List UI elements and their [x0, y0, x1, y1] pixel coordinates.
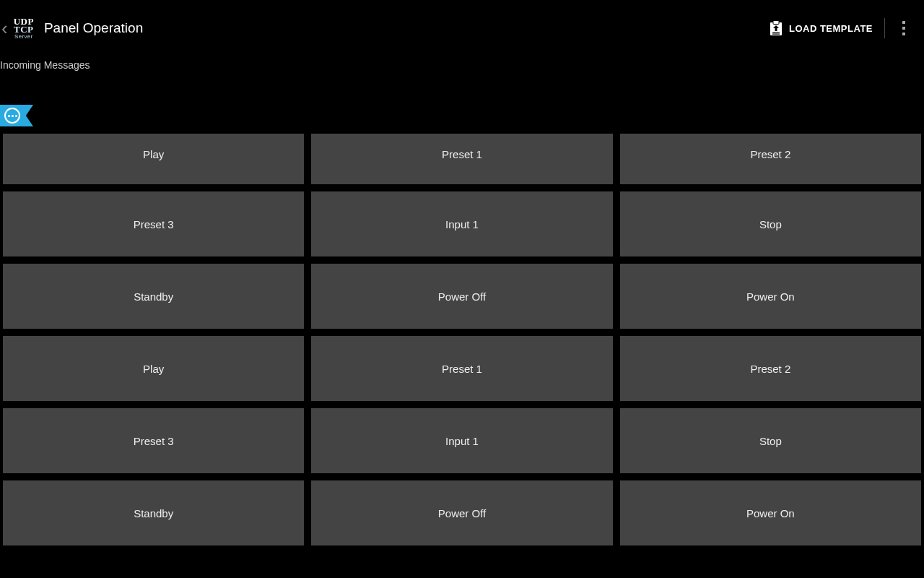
panel-button-input-1[interactable]: Input 1 — [311, 408, 612, 473]
panel-button-preset-2[interactable]: Preset 2 — [620, 134, 921, 184]
panel-button-stop[interactable]: Stop — [620, 408, 921, 473]
overflow-dot-icon — [902, 27, 905, 30]
svg-rect-1 — [773, 21, 779, 25]
panel-button-power-off[interactable]: Power Off — [311, 480, 612, 545]
header-divider — [884, 18, 885, 38]
panel-button-standby[interactable]: Standby — [3, 264, 304, 329]
logo-text-server: Server — [14, 34, 32, 39]
page-title: Panel Operation — [44, 20, 143, 36]
panel-button-power-off[interactable]: Power Off — [311, 264, 612, 329]
panel-button-play[interactable]: Play — [3, 134, 304, 184]
app-header: ‹ UDP TCP Server Panel Operation LOAD TE… — [0, 0, 924, 56]
more-horizontal-icon — [4, 108, 20, 124]
panel-button-power-on[interactable]: Power On — [620, 480, 921, 545]
load-template-label: LOAD TEMPLATE — [789, 23, 873, 34]
overflow-dot-icon — [902, 33, 905, 35]
panel-button-preset-3[interactable]: Preset 3 — [3, 191, 304, 256]
panel-button-play[interactable]: Play — [3, 336, 304, 401]
panel-button-preset-1[interactable]: Preset 1 — [311, 134, 612, 184]
panel-button-preset-3[interactable]: Preset 3 — [3, 408, 304, 473]
panel-button-preset-2[interactable]: Preset 2 — [620, 336, 921, 401]
panel-button-preset-1[interactable]: Preset 1 — [311, 336, 612, 401]
panel-button-standby[interactable]: Standby — [3, 480, 304, 545]
clipboard-upload-icon — [769, 20, 783, 36]
overflow-menu-button[interactable] — [892, 15, 915, 41]
incoming-messages-label: Incoming Messages — [0, 59, 924, 71]
svg-rect-3 — [772, 34, 780, 35]
svg-rect-2 — [772, 33, 780, 33]
panel-button-power-on[interactable]: Power On — [620, 264, 921, 329]
app-logo: UDP TCP Server — [14, 17, 34, 40]
panel-button-input-1[interactable]: Input 1 — [311, 191, 612, 256]
overflow-dot-icon — [902, 21, 905, 24]
back-chevron-icon[interactable]: ‹ — [0, 19, 11, 38]
panel-button-grid: Play Preset 1 Preset 2 Preset 3 Input 1 … — [3, 134, 921, 545]
panel-button-stop[interactable]: Stop — [620, 191, 921, 256]
drawer-toggle-button[interactable] — [0, 105, 33, 126]
load-template-button[interactable]: LOAD TEMPLATE — [764, 14, 877, 42]
